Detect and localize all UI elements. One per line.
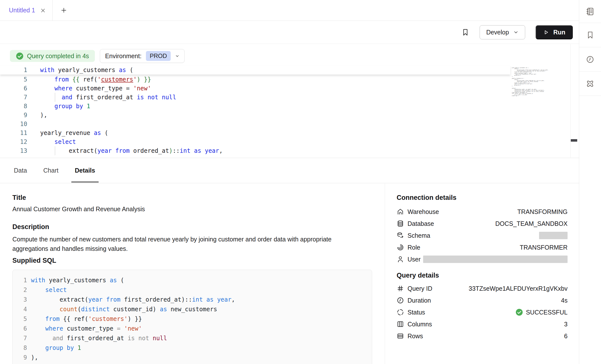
tab-untitled-1[interactable]: Untitled 1 — [0, 0, 53, 21]
query-details-heading: Query details — [397, 272, 579, 279]
notebook-icon — [586, 7, 595, 16]
query-id-value: 33TZseWpe1ALFDUYerxR1gVKxbv — [469, 285, 568, 292]
query-row-duration: Duration 4s — [397, 294, 568, 306]
line-number: 5 — [17, 315, 27, 322]
lineage-icon — [586, 79, 595, 88]
develop-label: Develop — [486, 29, 509, 36]
connection-details-heading: Connection details — [397, 194, 579, 201]
tab-label: Untitled 1 — [9, 7, 35, 14]
warehouse-value: TRANSFORMING — [517, 208, 568, 215]
environment-selector[interactable]: Environment: PROD — [100, 49, 185, 63]
line-number: 1 — [0, 67, 27, 74]
notebook-panel-button[interactable] — [579, 0, 601, 23]
rows-value: 6 — [564, 333, 568, 340]
indent-guide — [55, 146, 55, 155]
title-heading: Title — [12, 194, 373, 201]
minimap-divider — [570, 44, 571, 158]
chevron-down-icon — [513, 30, 519, 35]
status-icon — [397, 309, 404, 316]
columns-icon — [397, 320, 404, 328]
code-line: 1with yearly_customers as ( — [17, 275, 372, 285]
columns-value: 3 — [564, 321, 568, 328]
details-sidebar: Connection details Warehouse TRANSFORMIN… — [385, 183, 579, 364]
code-line: 6 where customer_type = 'new' — [0, 84, 510, 93]
query-row-id: Query ID 33TZseWpe1ALFDUYerxR1gVKxbv — [397, 283, 568, 294]
bookmark-icon — [586, 31, 594, 39]
code-line: 2 select — [17, 285, 372, 295]
status-value: SUCCESSFUL — [526, 309, 568, 316]
code-line: 11yearly_revenue as ( — [0, 129, 510, 137]
line-number: 11 — [0, 130, 27, 136]
editor-code[interactable]: 1with yearly_customers as (5 from {{ ref… — [0, 66, 510, 155]
chevron-down-icon — [175, 54, 179, 58]
editor-status-row: Query completed in 4s Environment: PROD — [10, 49, 185, 63]
details-main: Title Annual Customer Growth and Revenue… — [12, 183, 373, 364]
line-number: 8 — [0, 103, 27, 110]
connection-row-role: Role TRANSFORMER — [397, 241, 568, 253]
query-description: Compute the number of new customers and … — [12, 234, 358, 253]
lineage-panel-button[interactable] — [579, 72, 601, 96]
line-number: 5 — [0, 76, 27, 83]
query-row-status: Status SUCCESSFUL — [397, 306, 568, 318]
history-panel-button[interactable] — [579, 47, 601, 72]
role-value: TRANSFORMER — [520, 244, 568, 251]
line-number: 3 — [17, 296, 27, 303]
query-status-text: Query completed in 4s — [27, 52, 89, 60]
play-icon — [543, 29, 549, 35]
user-icon — [397, 256, 404, 263]
tab-chart[interactable]: Chart — [42, 158, 60, 183]
develop-dropdown[interactable]: Develop — [480, 25, 525, 39]
run-button[interactable]: Run — [536, 25, 573, 39]
code-line: 3 extract(year from first_ordered_at)::i… — [17, 295, 372, 304]
line-number: 4 — [17, 306, 27, 313]
new-tab-button[interactable] — [60, 7, 67, 14]
clock-icon — [586, 55, 594, 64]
connection-row-user: User — [397, 253, 568, 265]
supplied-sql-heading: Supplied SQL — [12, 257, 373, 264]
code-line: 10 — [0, 120, 510, 129]
tab-data[interactable]: Data — [12, 158, 28, 183]
environment-label: Environment: — [105, 52, 141, 60]
hash-icon — [397, 285, 404, 292]
code-line: 7 and first_ordered_at is not null — [17, 333, 372, 343]
database-icon — [397, 220, 404, 227]
bookmark-icon[interactable] — [462, 28, 469, 36]
editor-tab-bar: Untitled 1 — [0, 0, 579, 21]
run-label: Run — [553, 29, 565, 36]
bookmarks-panel-button[interactable] — [579, 23, 601, 47]
line-number: 7 — [17, 335, 27, 342]
duration-value: 4s — [561, 297, 568, 304]
line-number: 8 — [17, 344, 27, 351]
database-value: DOCS_TEAM_SANDBOX — [495, 220, 568, 227]
success-check-icon — [516, 309, 523, 316]
line-number: 9 — [17, 354, 27, 361]
code-line: 13 extract(year from ordered_at)::int as… — [0, 146, 510, 155]
line-number: 12 — [0, 138, 27, 145]
close-tab-icon[interactable] — [40, 8, 46, 13]
connection-row-database: Database DOCS_TEAM_SANDBOX — [397, 218, 568, 230]
line-number: 13 — [0, 147, 27, 154]
description-heading: Description — [12, 223, 373, 231]
role-icon — [397, 244, 404, 251]
code-line: 12 select — [0, 137, 510, 146]
right-icon-sidebar — [579, 0, 601, 364]
sql-editor[interactable]: Query completed in 4s Environment: PROD … — [0, 44, 579, 158]
code-line: 6 where customer_type = 'new' — [17, 324, 372, 333]
redacted-user-value — [423, 256, 568, 263]
line-number: 2 — [17, 286, 27, 293]
duration-icon — [397, 297, 404, 304]
check-circle-icon — [16, 52, 24, 60]
warehouse-icon — [397, 208, 404, 215]
redacted-schema-value — [539, 232, 568, 239]
tab-details[interactable]: Details — [73, 158, 97, 183]
indent-guide — [55, 93, 55, 102]
query-title: Annual Customer Growth and Revenue Analy… — [12, 205, 373, 213]
details-panel: Title Annual Customer Growth and Revenue… — [0, 183, 579, 364]
code-line: 5 from {{ ref('customers') }} — [0, 75, 510, 84]
line-number: 10 — [0, 121, 27, 128]
editor-minimap[interactable]: with yearly_customers as ( select extrac… — [512, 67, 570, 96]
code-line: 5 from {{ ref('customers') }} — [17, 314, 372, 324]
code-line: 1with yearly_customers as ( — [0, 66, 510, 75]
code-line: 8 group by 1 — [17, 343, 372, 353]
editor-scrollbar-thumb[interactable] — [571, 139, 577, 142]
